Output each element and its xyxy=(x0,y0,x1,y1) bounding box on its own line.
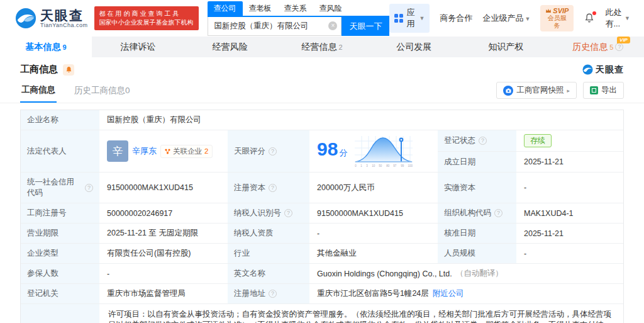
legal-rep-name-link[interactable]: 辛厚东 xyxy=(132,145,157,157)
help-icon[interactable]: ? xyxy=(284,209,292,217)
legal-rep-avatar[interactable]: 辛 xyxy=(107,140,128,162)
staff-size: - xyxy=(516,244,623,263)
registered-capital: 200000万人民币 xyxy=(309,173,438,203)
related-companies-badge[interactable]: 关联企业2 xyxy=(160,145,213,158)
credit-code: 91500000MAK1XUD415 xyxy=(99,173,228,203)
table-row: 企业类型 有限责任公司(国有控股) 行业 其他金融业 人员规模 - xyxy=(21,243,623,263)
top-header: 天眼查 TianYanCha.com 都在用的商业查询工具 国家中小企业发展子基… xyxy=(0,0,644,37)
tianyan-score[interactable]: 98分 xyxy=(309,130,438,172)
subtab-history-business-info[interactable]: 历史工商信息0 xyxy=(73,82,131,102)
field-label: 参保人数 xyxy=(21,264,99,283)
paid-capital: - xyxy=(516,173,623,203)
table-row: 工商注册号 500000020246917 纳税人识别号? 91500000MA… xyxy=(21,203,623,223)
nav-business-cooperation[interactable]: 商务合作 xyxy=(440,13,472,24)
taxpayer-id: 91500000MAK1XUD415 xyxy=(309,203,438,223)
tab-basic-info[interactable]: 基本信息9 xyxy=(0,37,92,57)
help-icon[interactable]: ? xyxy=(85,184,93,192)
tianyancha-logo[interactable]: 天眼查 TianYanCha.com xyxy=(15,8,88,29)
tab-history-info[interactable]: VIP 历史信息5 ? xyxy=(552,37,644,57)
nav-enterprise-products[interactable]: 企业级产品▼ xyxy=(482,13,530,24)
search-tab-company[interactable]: 查公司 xyxy=(208,1,243,16)
taxpayer-quality: - xyxy=(309,224,438,243)
search-input[interactable] xyxy=(208,21,341,30)
watermark-text: 天眼查 xyxy=(596,64,624,76)
tab-legal-litigation[interactable]: 法律诉讼 xyxy=(92,37,184,57)
field-label: 企业名称 xyxy=(21,110,99,130)
score-distribution-chart xyxy=(353,135,414,164)
apps-label: 应用 xyxy=(406,7,414,30)
company-type: 有限责任公司(国有控股) xyxy=(99,244,228,263)
business-info-section: 工商信息 天眼查 工商信息 历史工商信息0 工商官网快照 ▸ xyxy=(0,57,644,323)
help-icon[interactable]: ? xyxy=(494,209,502,217)
help-icon[interactable]: ? xyxy=(269,184,277,192)
vip-badge: VIP xyxy=(617,37,630,43)
apps-menu[interactable]: 应用 ▼ xyxy=(389,4,430,33)
section-title: 工商信息 xyxy=(20,64,58,76)
page: 天眼查 TianYanCha.com 都在用的商业查询工具 国家中小企业发展子基… xyxy=(0,0,644,323)
registration-number: 500000020246917 xyxy=(99,203,228,223)
tab-company-development[interactable]: 公司发展 xyxy=(368,37,460,57)
field-label: 纳税人资质 xyxy=(228,224,309,243)
registered-address: 重庆市江北区创富路5号1幢24层 xyxy=(317,288,429,299)
field-label: 纳税人识别号 xyxy=(234,208,281,218)
field-label: 人员规模 xyxy=(438,244,516,263)
subtab-business-info[interactable]: 工商信息 xyxy=(20,82,57,103)
help-icon[interactable]: ? xyxy=(269,147,277,156)
establish-date: 2025-11-21 xyxy=(516,151,623,172)
chevron-down-icon: ▼ xyxy=(625,15,630,21)
field-label: 注册地址 xyxy=(234,288,265,299)
field-label: 登记机关 xyxy=(21,284,99,303)
field-label: 企业类型 xyxy=(21,244,99,263)
tab-operation-info[interactable]: 经营信息2 xyxy=(276,37,368,57)
org-network-icon xyxy=(165,149,170,154)
help-icon[interactable]: ? xyxy=(479,137,487,145)
export-button[interactable]: 导出 xyxy=(583,82,624,99)
field-label: 组织机构代码 xyxy=(444,208,491,218)
official-snapshot-button[interactable]: 工商官网快照 ▸ xyxy=(496,82,577,99)
business-term: 2025-11-21 至 无固定期限 xyxy=(99,224,228,243)
tab-intellectual-property[interactable]: 知识产权 xyxy=(460,37,552,57)
field-label: 注册资本 xyxy=(234,183,265,193)
search-tab-risk[interactable]: 查风险 xyxy=(313,1,348,16)
field-label: 统一社会信用代码 xyxy=(27,177,82,198)
user-menu[interactable]: 此处有... ▼ xyxy=(605,7,630,30)
table-row: 法定代表人 辛 辛厚东 关联企业2 登记状态? 存续 天眼评分? 98分 xyxy=(21,130,623,172)
score-value: 98 xyxy=(317,139,338,159)
nearby-companies-link[interactable]: 附近公司 xyxy=(433,288,464,299)
search-area: 查公司 查老板 查关系 查风险 × 天眼一下 xyxy=(208,1,390,36)
notification-dot xyxy=(592,11,596,15)
help-icon[interactable]: ? xyxy=(615,43,623,51)
registration-authority: 重庆市市场监督管理局 xyxy=(99,284,228,303)
company-name: 国新控股（重庆）有限公司 xyxy=(99,110,623,130)
field-label: 天眼评分 xyxy=(234,146,265,157)
top-right-nav: 应用 ▼ 商务合作 企业级产品▼ SVIP 会员服务 此处有... ▼ xyxy=(389,4,630,33)
tab-operation-risk[interactable]: 经营风险 xyxy=(184,37,276,57)
field-label: 登记状态 xyxy=(444,135,475,146)
field-label: 营业期限 xyxy=(21,224,99,243)
table-row: 营业期限 2025-11-21 至 无固定期限 纳税人资质 - 核准日期 202… xyxy=(21,223,623,243)
notifications-button[interactable] xyxy=(584,13,595,24)
business-info-table: 企业名称 国新控股（重庆）有限公司 法定代表人 辛 辛厚东 关联企业2 登记状态… xyxy=(20,110,624,323)
brand-name: 天眼查 xyxy=(40,9,88,22)
search-tab-relation[interactable]: 查关系 xyxy=(278,1,313,16)
chevron-right-icon: ▸ xyxy=(567,88,570,94)
organization-code: MAK1XUD4-1 xyxy=(516,203,623,223)
field-label: 法定代表人 xyxy=(21,130,99,172)
table-row: 登记机关 重庆市市场监督管理局 注册地址? 重庆市江北区创富路5号1幢24层 附… xyxy=(21,283,623,303)
help-icon[interactable]: ? xyxy=(269,290,277,298)
field-label: 工商注册号 xyxy=(21,203,99,223)
field-label: 成立日期 xyxy=(438,151,516,172)
field-label: 英文名称 xyxy=(228,264,309,283)
eye-logo-icon xyxy=(582,64,593,75)
slogan-line1: 都在用的商业查询工具 xyxy=(99,9,194,18)
svip-member-badge[interactable]: SVIP 会员服务 xyxy=(540,5,574,31)
search-tab-boss[interactable]: 查老板 xyxy=(243,1,278,16)
search-button[interactable]: 天眼一下 xyxy=(341,17,389,36)
score-unit: 分 xyxy=(339,148,347,157)
approval-date: 2025-11-21 xyxy=(516,224,623,243)
company-tabs: 基本信息9 法律诉讼 经营风险 经营信息2 公司发展 知识产权 VIP 历史信息… xyxy=(0,37,644,57)
chevron-down-icon: ▼ xyxy=(419,15,425,21)
status-badge: 存续 xyxy=(524,134,552,147)
crown-icon xyxy=(545,8,552,13)
announcement-icon[interactable] xyxy=(63,64,74,76)
